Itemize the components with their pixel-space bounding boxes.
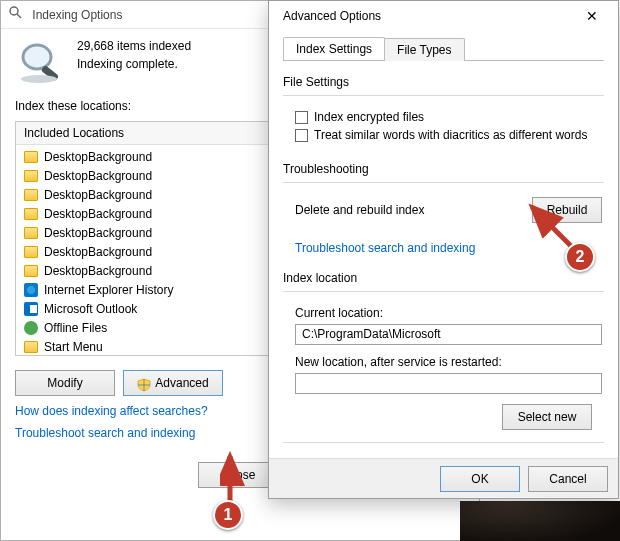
svg-point-2: [23, 45, 51, 69]
new-location-label: New location, after service is restarted…: [295, 355, 604, 369]
ie-icon: [24, 283, 38, 297]
folder-icon: [24, 151, 38, 163]
group-index-location: Index location: [283, 271, 604, 285]
svg-point-4: [21, 75, 57, 83]
indexed-count: 29,668 items indexed: [77, 39, 191, 53]
magnifier-large-icon: [15, 39, 65, 85]
ok-button[interactable]: OK: [440, 466, 520, 492]
current-location-field[interactable]: C:\ProgramData\Microsoft: [295, 324, 602, 345]
group-file-settings: File Settings: [283, 75, 604, 89]
list-item-label: DesktopBackground: [44, 245, 152, 259]
list-item-label: DesktopBackground: [44, 207, 152, 221]
modify-button[interactable]: Modify: [15, 370, 115, 396]
annotation-badge-1: 1: [213, 500, 243, 530]
list-item-label: Internet Explorer History: [44, 283, 173, 297]
svg-line-1: [17, 14, 21, 18]
checkbox-encrypted[interactable]: [295, 111, 308, 124]
list-item-label: Microsoft Outlook: [44, 302, 137, 316]
folder-icon: [24, 208, 38, 220]
folder-icon: [24, 265, 38, 277]
offline-icon: [24, 321, 38, 335]
tab-file-types[interactable]: File Types: [384, 38, 464, 61]
list-item-label: DesktopBackground: [44, 150, 152, 164]
cancel-button[interactable]: Cancel: [528, 466, 608, 492]
folder-icon: [24, 246, 38, 258]
list-item-label: DesktopBackground: [44, 169, 152, 183]
shield-icon: [137, 376, 151, 390]
new-location-field[interactable]: [295, 373, 602, 394]
advanced-button[interactable]: Advanced: [123, 370, 223, 396]
troubleshoot-link-2[interactable]: Troubleshoot search and indexing: [295, 241, 475, 255]
folder-icon: [24, 189, 38, 201]
how-indexing-link[interactable]: How does indexing affect searches?: [15, 404, 208, 418]
list-item-label: DesktopBackground: [44, 188, 152, 202]
troubleshoot-link[interactable]: Troubleshoot search and indexing: [15, 426, 195, 440]
folder-icon: [24, 341, 38, 353]
checkbox-diacritics[interactable]: [295, 129, 308, 142]
indexing-status: Indexing complete.: [77, 57, 191, 71]
window-title: Indexing Options: [32, 8, 122, 22]
rebuild-button[interactable]: Rebuild: [532, 197, 602, 223]
list-item-label: Start Menu: [44, 340, 103, 354]
current-location-label: Current location:: [295, 306, 604, 320]
list-item-label: DesktopBackground: [44, 264, 152, 278]
dialog-title: Advanced Options: [283, 9, 381, 23]
select-new-button[interactable]: Select new: [502, 404, 592, 430]
list-item-label: Offline Files: [44, 321, 107, 335]
folder-icon: [24, 227, 38, 239]
background-photo-stub: [460, 501, 620, 541]
close-icon[interactable]: ✕: [572, 4, 612, 28]
annotation-badge-2: 2: [565, 242, 595, 272]
folder-icon: [24, 170, 38, 182]
group-troubleshooting: Troubleshooting: [283, 162, 604, 176]
svg-point-0: [10, 7, 18, 15]
label-encrypted: Index encrypted files: [314, 110, 424, 124]
list-item-label: DesktopBackground: [44, 226, 152, 240]
magnifier-icon: [9, 2, 23, 30]
tab-index-settings[interactable]: Index Settings: [283, 37, 385, 60]
rebuild-label: Delete and rebuild index: [295, 203, 424, 217]
outlook-icon: [24, 302, 38, 316]
label-diacritics: Treat similar words with diacritics as d…: [314, 128, 587, 142]
